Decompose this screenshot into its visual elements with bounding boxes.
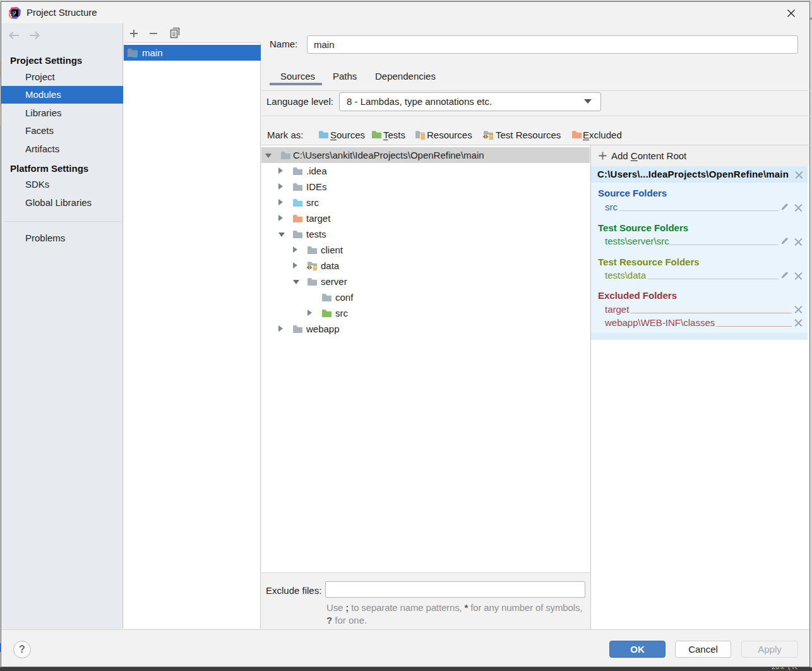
svg-text:IJ: IJ [13,11,16,15]
